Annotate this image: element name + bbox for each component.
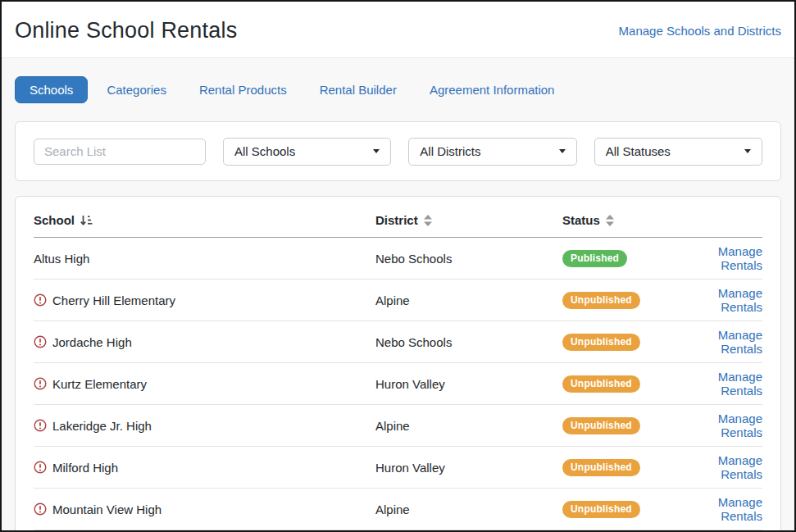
district-cell: Nebo Schools: [375, 321, 562, 363]
column-label: School: [34, 213, 75, 227]
school-name: Cherry Hill Elementary: [52, 293, 175, 307]
district-filter-value: All Districts: [420, 144, 480, 158]
table-row: Milford High Huron Valley Unpublished Ma…: [34, 447, 762, 489]
sort-both-icon: [424, 215, 432, 226]
school-name: Kurtz Elementary: [52, 377, 147, 391]
status-badge: Unpublished: [562, 375, 640, 393]
table-row: Altus High Nebo Schools Published Manage…: [34, 238, 762, 280]
chevron-down-icon: [559, 149, 566, 153]
warning-icon: [34, 502, 47, 516]
table-row: Kurtz Elementary Huron Valley Unpublishe…: [34, 363, 762, 405]
school-name: Mountain View High: [52, 502, 161, 516]
table-row: Jordache High Nebo Schools Unpublished M…: [34, 321, 762, 363]
school-name: Milford High: [52, 461, 118, 475]
table-row: Mountain View High Alpine Unpublished Ma…: [34, 489, 762, 530]
table-row: Cherry Hill Elementary Alpine Unpublishe…: [34, 280, 762, 321]
warning-icon: [34, 293, 47, 307]
page-title: Online School Rentals: [15, 18, 237, 43]
tab-bar: Schools Categories Rental Products Renta…: [15, 58, 781, 103]
manage-rentals-link[interactable]: Manage Rentals: [718, 286, 762, 314]
column-header-school[interactable]: School: [34, 200, 375, 238]
column-header-actions: [684, 200, 762, 238]
filter-bar: All Schools All Districts All Statuses: [15, 121, 781, 181]
status-badge: Unpublished: [562, 334, 640, 351]
warning-icon: [34, 461, 47, 474]
chevron-down-icon: [744, 149, 751, 153]
school-name: Jordache High: [52, 335, 132, 349]
column-header-district[interactable]: District: [375, 200, 562, 238]
district-cell: Huron Valley: [375, 363, 562, 405]
sort-amount-down-icon: [80, 215, 93, 226]
status-filter-select[interactable]: All Statuses: [594, 138, 762, 166]
column-label: Status: [562, 213, 600, 227]
manage-rentals-link[interactable]: Manage Rentals: [718, 495, 762, 523]
tab-schools[interactable]: Schools: [15, 76, 88, 103]
tab-rental-builder[interactable]: Rental Builder: [306, 77, 411, 102]
district-cell: Nebo Schools: [375, 238, 562, 280]
table-header-row: School: [34, 200, 762, 238]
tab-rental-products[interactable]: Rental Products: [185, 77, 301, 102]
warning-icon: [34, 377, 47, 390]
status-filter-value: All Statuses: [606, 144, 671, 158]
tab-categories[interactable]: Categories: [93, 77, 180, 102]
chevron-down-icon: [373, 149, 380, 153]
school-name: Lakeridge Jr. High: [52, 419, 152, 433]
school-filter-value: All Schools: [234, 144, 295, 158]
page-header: Online School Rentals Manage Schools and…: [2, 2, 794, 58]
column-label: District: [375, 213, 418, 227]
school-name: Altus High: [34, 252, 89, 266]
status-badge: Unpublished: [562, 501, 640, 518]
district-cell: Alpine: [375, 405, 562, 447]
manage-rentals-link[interactable]: Manage Rentals: [718, 412, 762, 439]
search-input[interactable]: [34, 139, 206, 165]
warning-icon: [34, 335, 47, 348]
district-cell: Alpine: [375, 280, 562, 321]
status-badge: Unpublished: [562, 292, 640, 309]
district-filter-select[interactable]: All Districts: [408, 138, 576, 166]
district-cell: Alpine: [375, 489, 562, 530]
status-badge: Published: [562, 250, 627, 267]
district-cell: Huron Valley: [375, 447, 562, 489]
warning-icon: [34, 419, 47, 432]
manage-rentals-link[interactable]: Manage Rentals: [718, 453, 762, 481]
status-badge: Unpublished: [562, 417, 640, 434]
main-content: Schools Categories Rental Products Renta…: [2, 58, 794, 532]
sort-both-icon: [606, 215, 614, 226]
tab-agreement-information[interactable]: Agreement Information: [416, 77, 569, 102]
table-body: Altus High Nebo Schools Published Manage…: [34, 238, 762, 532]
schools-table: School: [34, 200, 762, 532]
status-badge: Unpublished: [562, 459, 640, 476]
school-filter-select[interactable]: All Schools: [223, 138, 391, 166]
manage-schools-districts-link[interactable]: Manage Schools and Districts: [619, 24, 781, 38]
schools-table-card: School: [15, 196, 781, 532]
column-header-status[interactable]: Status: [562, 200, 684, 238]
table-row: Lakeridge Jr. High Alpine Unpublished Ma…: [34, 405, 762, 447]
manage-rentals-link[interactable]: Manage Rentals: [718, 370, 762, 398]
manage-rentals-link[interactable]: Manage Rentals: [718, 244, 762, 272]
manage-rentals-link[interactable]: Manage Rentals: [718, 328, 762, 356]
